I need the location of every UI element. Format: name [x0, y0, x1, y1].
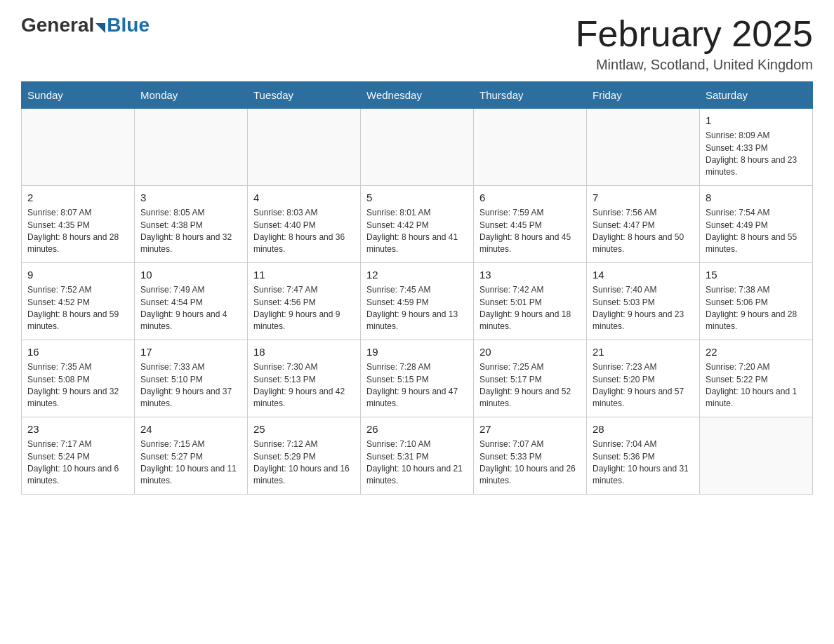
day-info: Sunrise: 7:42 AM Sunset: 5:01 PM Dayligh…: [479, 284, 581, 333]
day-info: Sunrise: 7:33 AM Sunset: 5:10 PM Dayligh…: [140, 361, 241, 410]
weekday-header: Tuesday: [248, 82, 361, 109]
day-info: Sunrise: 7:10 AM Sunset: 5:31 PM Dayligh…: [366, 438, 468, 488]
calendar-cell: 23Sunrise: 7:17 AM Sunset: 5:24 PM Dayli…: [22, 417, 135, 495]
day-info: Sunrise: 7:23 AM Sunset: 5:20 PM Dayligh…: [593, 361, 694, 410]
day-number: 28: [593, 422, 694, 436]
day-info: Sunrise: 7:17 AM Sunset: 5:24 PM Dayligh…: [27, 438, 128, 488]
calendar-cell: 5Sunrise: 8:01 AM Sunset: 4:42 PM Daylig…: [361, 186, 474, 263]
calendar-cell: 27Sunrise: 7:07 AM Sunset: 5:33 PM Dayli…: [474, 417, 587, 495]
calendar-week-row: 16Sunrise: 7:35 AM Sunset: 5:08 PM Dayli…: [22, 340, 813, 417]
day-number: 22: [706, 344, 807, 359]
day-info: Sunrise: 7:49 AM Sunset: 4:54 PM Dayligh…: [140, 284, 241, 333]
calendar-cell: 7Sunrise: 7:56 AM Sunset: 4:47 PM Daylig…: [587, 186, 700, 263]
day-info: Sunrise: 7:12 AM Sunset: 5:29 PM Dayligh…: [253, 438, 355, 488]
day-number: 15: [706, 267, 807, 282]
day-info: Sunrise: 7:47 AM Sunset: 4:56 PM Dayligh…: [253, 284, 355, 333]
calendar-header: SundayMondayTuesdayWednesdayThursdayFrid…: [22, 82, 813, 109]
day-info: Sunrise: 8:05 AM Sunset: 4:38 PM Dayligh…: [140, 207, 241, 256]
day-number: 24: [140, 422, 241, 436]
day-number: 13: [479, 267, 581, 282]
calendar-cell: [474, 109, 587, 186]
calendar-cell: [135, 109, 248, 186]
day-number: 9: [27, 267, 128, 282]
day-info: Sunrise: 7:04 AM Sunset: 5:36 PM Dayligh…: [593, 438, 694, 488]
day-info: Sunrise: 7:56 AM Sunset: 4:47 PM Dayligh…: [593, 207, 694, 256]
weekday-header: Wednesday: [361, 82, 474, 109]
weekday-header: Monday: [135, 82, 248, 109]
page-header: General Blue February 2025 Mintlaw, Scot…: [21, 14, 813, 73]
day-info: Sunrise: 7:15 AM Sunset: 5:27 PM Dayligh…: [140, 438, 241, 488]
title-block: February 2025 Mintlaw, Scotland, United …: [576, 14, 813, 73]
day-number: 21: [593, 344, 694, 359]
calendar-cell: 12Sunrise: 7:45 AM Sunset: 4:59 PM Dayli…: [361, 263, 474, 340]
day-info: Sunrise: 7:07 AM Sunset: 5:33 PM Dayligh…: [479, 438, 581, 488]
calendar-cell: 18Sunrise: 7:30 AM Sunset: 5:13 PM Dayli…: [248, 340, 361, 417]
day-number: 19: [366, 344, 468, 359]
day-info: Sunrise: 7:52 AM Sunset: 4:52 PM Dayligh…: [27, 284, 128, 333]
day-info: Sunrise: 7:35 AM Sunset: 5:08 PM Dayligh…: [27, 361, 128, 410]
day-number: 2: [27, 190, 128, 205]
day-number: 25: [253, 422, 355, 436]
day-info: Sunrise: 7:45 AM Sunset: 4:59 PM Dayligh…: [366, 284, 468, 333]
calendar-cell: 19Sunrise: 7:28 AM Sunset: 5:15 PM Dayli…: [361, 340, 474, 417]
calendar-table: SundayMondayTuesdayWednesdayThursdayFrid…: [21, 81, 813, 495]
day-info: Sunrise: 8:07 AM Sunset: 4:35 PM Dayligh…: [27, 207, 128, 256]
day-info: Sunrise: 7:28 AM Sunset: 5:15 PM Dayligh…: [366, 361, 468, 410]
weekday-header: Saturday: [700, 82, 813, 109]
calendar-body: 1Sunrise: 8:09 AM Sunset: 4:33 PM Daylig…: [22, 109, 813, 495]
calendar-cell: [587, 109, 700, 186]
calendar-cell: 25Sunrise: 7:12 AM Sunset: 5:29 PM Dayli…: [248, 417, 361, 495]
calendar-cell: 6Sunrise: 7:59 AM Sunset: 4:45 PM Daylig…: [474, 186, 587, 263]
logo-blue-text: Blue: [107, 14, 150, 36]
day-number: 4: [253, 190, 355, 205]
calendar-week-row: 23Sunrise: 7:17 AM Sunset: 5:24 PM Dayli…: [22, 417, 813, 495]
day-number: 17: [140, 344, 241, 359]
day-info: Sunrise: 7:38 AM Sunset: 5:06 PM Dayligh…: [706, 284, 807, 333]
day-number: 12: [366, 267, 468, 282]
calendar-cell: [700, 417, 813, 495]
calendar-week-row: 1Sunrise: 8:09 AM Sunset: 4:33 PM Daylig…: [22, 109, 813, 186]
calendar-cell: 26Sunrise: 7:10 AM Sunset: 5:31 PM Dayli…: [361, 417, 474, 495]
day-info: Sunrise: 8:01 AM Sunset: 4:42 PM Dayligh…: [366, 207, 468, 256]
day-info: Sunrise: 7:59 AM Sunset: 4:45 PM Dayligh…: [479, 207, 581, 256]
day-info: Sunrise: 7:54 AM Sunset: 4:49 PM Dayligh…: [706, 207, 807, 256]
day-number: 14: [593, 267, 694, 282]
day-number: 1: [706, 113, 807, 128]
day-number: 16: [27, 344, 128, 359]
weekday-header-row: SundayMondayTuesdayWednesdayThursdayFrid…: [22, 82, 813, 109]
day-number: 20: [479, 344, 581, 359]
calendar-cell: 10Sunrise: 7:49 AM Sunset: 4:54 PM Dayli…: [135, 263, 248, 340]
calendar-week-row: 2Sunrise: 8:07 AM Sunset: 4:35 PM Daylig…: [22, 186, 813, 263]
calendar-week-row: 9Sunrise: 7:52 AM Sunset: 4:52 PM Daylig…: [22, 263, 813, 340]
day-number: 27: [479, 422, 581, 436]
calendar-cell: [22, 109, 135, 186]
month-title: February 2025: [576, 14, 813, 54]
day-info: Sunrise: 7:30 AM Sunset: 5:13 PM Dayligh…: [253, 361, 355, 410]
day-info: Sunrise: 8:03 AM Sunset: 4:40 PM Dayligh…: [253, 207, 355, 256]
day-number: 7: [593, 190, 694, 205]
day-info: Sunrise: 7:25 AM Sunset: 5:17 PM Dayligh…: [479, 361, 581, 410]
calendar-cell: 24Sunrise: 7:15 AM Sunset: 5:27 PM Dayli…: [135, 417, 248, 495]
calendar-cell: 28Sunrise: 7:04 AM Sunset: 5:36 PM Dayli…: [587, 417, 700, 495]
logo-arrow-icon: [95, 23, 105, 33]
day-number: 3: [140, 190, 241, 205]
calendar-cell: 22Sunrise: 7:20 AM Sunset: 5:22 PM Dayli…: [700, 340, 813, 417]
day-number: 11: [253, 267, 355, 282]
calendar-cell: 21Sunrise: 7:23 AM Sunset: 5:20 PM Dayli…: [587, 340, 700, 417]
day-number: 6: [479, 190, 581, 205]
day-info: Sunrise: 7:20 AM Sunset: 5:22 PM Dayligh…: [706, 361, 807, 410]
calendar-cell: [248, 109, 361, 186]
day-number: 8: [706, 190, 807, 205]
day-info: Sunrise: 7:40 AM Sunset: 5:03 PM Dayligh…: [593, 284, 694, 333]
calendar-cell: 4Sunrise: 8:03 AM Sunset: 4:40 PM Daylig…: [248, 186, 361, 263]
calendar-cell: [361, 109, 474, 186]
calendar-cell: 9Sunrise: 7:52 AM Sunset: 4:52 PM Daylig…: [22, 263, 135, 340]
day-number: 23: [27, 422, 128, 436]
calendar-cell: 15Sunrise: 7:38 AM Sunset: 5:06 PM Dayli…: [700, 263, 813, 340]
calendar-cell: 2Sunrise: 8:07 AM Sunset: 4:35 PM Daylig…: [22, 186, 135, 263]
logo: General Blue: [21, 14, 150, 36]
calendar-cell: 13Sunrise: 7:42 AM Sunset: 5:01 PM Dayli…: [474, 263, 587, 340]
calendar-cell: 16Sunrise: 7:35 AM Sunset: 5:08 PM Dayli…: [22, 340, 135, 417]
calendar-cell: 11Sunrise: 7:47 AM Sunset: 4:56 PM Dayli…: [248, 263, 361, 340]
calendar-cell: 14Sunrise: 7:40 AM Sunset: 5:03 PM Dayli…: [587, 263, 700, 340]
